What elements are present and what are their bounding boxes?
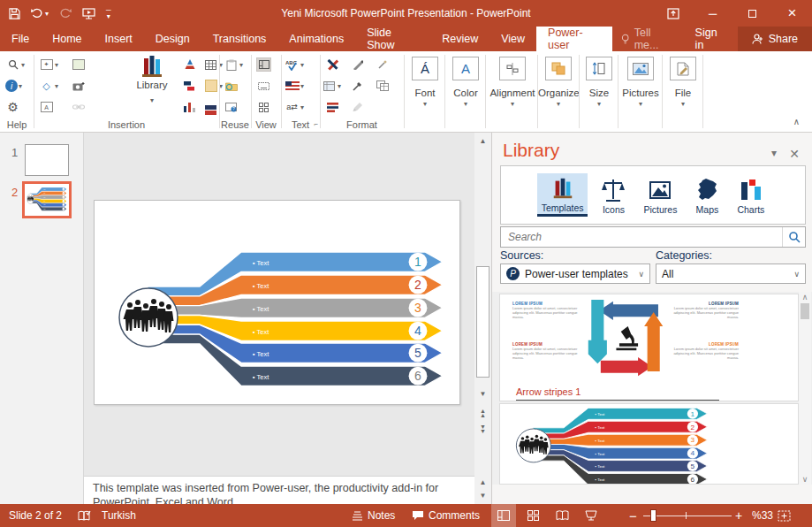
- collapse-ribbon-icon[interactable]: ∧: [793, 117, 800, 126]
- dropdown-arrow-icon[interactable]: ▾: [300, 103, 304, 111]
- comments-toggle[interactable]: Comments: [412, 504, 480, 527]
- tab-insert[interactable]: Insert: [94, 27, 144, 51]
- close-button[interactable]: ×: [772, 0, 812, 27]
- library-tab-pictures[interactable]: Pictures: [639, 175, 681, 216]
- band-label[interactable]: ▪ Text: [596, 412, 606, 416]
- previous-slide-icon[interactable]: ▲▲: [475, 407, 490, 417]
- band-label[interactable]: ▪ Text: [596, 425, 606, 430]
- slideshow-view-button[interactable]: [579, 504, 603, 527]
- normal-view-button[interactable]: [491, 504, 516, 527]
- scroll-up-chevron-icon[interactable]: ∧: [799, 293, 811, 302]
- tab-file[interactable]: File: [0, 27, 41, 51]
- scroll-up-icon[interactable]: ▲: [475, 135, 490, 147]
- zoom-slider[interactable]: [643, 504, 732, 527]
- band-label[interactable]: ▪ Text: [596, 452, 606, 456]
- normal-view-icon[interactable]: [256, 57, 271, 72]
- color-button[interactable]: A Color▾: [445, 55, 486, 108]
- font-button[interactable]: Á Font▾: [405, 55, 445, 108]
- band-label[interactable]: ▪ Text: [253, 282, 269, 290]
- format-tools-icon[interactable]: [325, 57, 340, 72]
- file-button[interactable]: File▾: [663, 55, 703, 108]
- search-icon[interactable]: [5, 57, 20, 72]
- eyedropper-icon[interactable]: [350, 79, 365, 93]
- table-icon[interactable]: [203, 57, 218, 72]
- band-label[interactable]: ▪ Text: [253, 259, 269, 267]
- notes-scroll-up-icon[interactable]: ▲: [475, 477, 490, 488]
- slide-sorter-view-button[interactable]: [520, 504, 545, 527]
- spell-check-icon[interactable]: ABC: [285, 57, 300, 72]
- notes-scroll-down-icon[interactable]: ▼: [475, 490, 490, 501]
- dialog-launcher-icon[interactable]: ⌐: [314, 120, 318, 128]
- zoom-out-button[interactable]: −: [629, 504, 637, 527]
- scrollbar-thumb[interactable]: [801, 303, 809, 319]
- clear-format-broom-icon[interactable]: [350, 100, 365, 114]
- pane-options-icon[interactable]: ▾: [771, 147, 777, 159]
- list-format-icon[interactable]: [325, 100, 340, 114]
- sign-in-button[interactable]: Sign in: [685, 27, 738, 51]
- spell-check-status-icon[interactable]: [78, 504, 91, 527]
- organize-button[interactable]: Organize▾: [538, 55, 579, 108]
- tell-me-box[interactable]: Tell me...: [612, 27, 684, 51]
- notes-toggle[interactable]: Notes: [352, 504, 395, 527]
- merge-shapes-icon[interactable]: [322, 79, 337, 93]
- slide-2-thumbnail[interactable]: ▪ Text1▪ Text2▪ Text3▪ Text4▪ Text5▪ Tex…: [22, 181, 72, 218]
- reading-view-button[interactable]: [550, 504, 574, 527]
- link-icon[interactable]: [71, 100, 86, 114]
- scrollbar-thumb[interactable]: [476, 266, 489, 378]
- screenshot-camera-icon[interactable]: [71, 79, 86, 93]
- clipboard-icon[interactable]: [224, 57, 239, 72]
- people-circle[interactable]: [27, 194, 34, 203]
- language-flag-icon[interactable]: [285, 79, 300, 93]
- band-label[interactable]: ▪ Text: [596, 439, 606, 443]
- keyboard-icon[interactable]: [256, 79, 271, 93]
- alignment-button[interactable]: Alignment▾: [488, 55, 537, 108]
- minimize-button[interactable]: ─: [693, 0, 732, 27]
- tab-view[interactable]: View: [489, 27, 536, 51]
- maximize-button[interactable]: [732, 0, 772, 27]
- people-circle[interactable]: [119, 288, 178, 347]
- dropdown-arrow-icon[interactable]: ▾: [55, 61, 58, 69]
- dropdown-arrow-icon[interactable]: ▾: [150, 96, 154, 104]
- pyramid-chart-icon[interactable]: [182, 57, 197, 72]
- tab-design[interactable]: Design: [144, 27, 201, 51]
- notes-pane[interactable]: This template was inserted from Power-us…: [84, 476, 474, 504]
- dropdown-arrow-icon[interactable]: ▾: [19, 82, 22, 90]
- tab-slide-show[interactable]: Slide Show: [355, 27, 430, 51]
- slide-indicator[interactable]: Slide 2 of 2: [9, 504, 62, 527]
- tab-review[interactable]: Review: [430, 27, 489, 51]
- bar-chart-icon[interactable]: [182, 100, 197, 114]
- band-label[interactable]: ▪ Text: [253, 350, 269, 358]
- library-tab-icons[interactable]: Icons: [596, 175, 630, 216]
- slide-canvas[interactable]: ▪ Text1▪ Text2▪ Text3▪ Text4▪ Text5▪ Tex…: [94, 200, 460, 405]
- gear-icon[interactable]: ⚙: [5, 100, 20, 114]
- editor-scrollbar[interactable]: ▲ ▼ ▲▲ ▼▼ ▲ ▼: [474, 133, 491, 504]
- search-input[interactable]: [501, 231, 782, 243]
- template-card-cycle[interactable]: LOREM IPSUMLorem ipsum dolor sit amet, c…: [499, 294, 799, 401]
- people-circle[interactable]: [516, 429, 550, 462]
- magic-wand-icon[interactable]: [375, 57, 390, 72]
- scroll-down-icon[interactable]: ▼: [475, 388, 490, 400]
- reuse-slide-icon[interactable]: ?: [224, 100, 239, 114]
- shared-folder-icon[interactable]: [224, 79, 239, 93]
- sticky-note-icon[interactable]: [203, 79, 218, 93]
- translate-icon[interactable]: a⇄: [285, 100, 300, 114]
- next-slide-icon[interactable]: ▼▼: [475, 423, 490, 433]
- band-label[interactable]: ▪ Text: [596, 477, 606, 482]
- stamp-icon[interactable]: [203, 100, 218, 114]
- share-button[interactable]: Share: [738, 27, 812, 51]
- dropdown-arrow-icon[interactable]: ▾: [300, 82, 304, 90]
- band-label[interactable]: ▪ Text: [253, 305, 269, 313]
- tab-home[interactable]: Home: [41, 27, 93, 51]
- fit-to-window-button[interactable]: [778, 504, 791, 527]
- template-card-arrow-stripes[interactable]: ▪ Text1▪ Text2▪ Text3▪ Text4▪ Text5▪ Tex…: [499, 403, 799, 485]
- pane-close-icon[interactable]: ✕: [789, 147, 800, 161]
- tab-power-user[interactable]: Power-user: [536, 27, 612, 51]
- band-label[interactable]: ▪ Text: [596, 464, 606, 469]
- dropdown-arrow-icon[interactable]: ▾: [338, 82, 341, 90]
- blocks-diagram-icon[interactable]: [182, 79, 197, 93]
- dropdown-arrow-icon[interactable]: ▾: [55, 82, 58, 90]
- info-icon[interactable]: i: [5, 80, 18, 92]
- search-submit-icon[interactable]: [782, 227, 805, 247]
- zoom-slider-knob[interactable]: [650, 509, 656, 522]
- insert-template-icon[interactable]: ✦: [39, 57, 54, 72]
